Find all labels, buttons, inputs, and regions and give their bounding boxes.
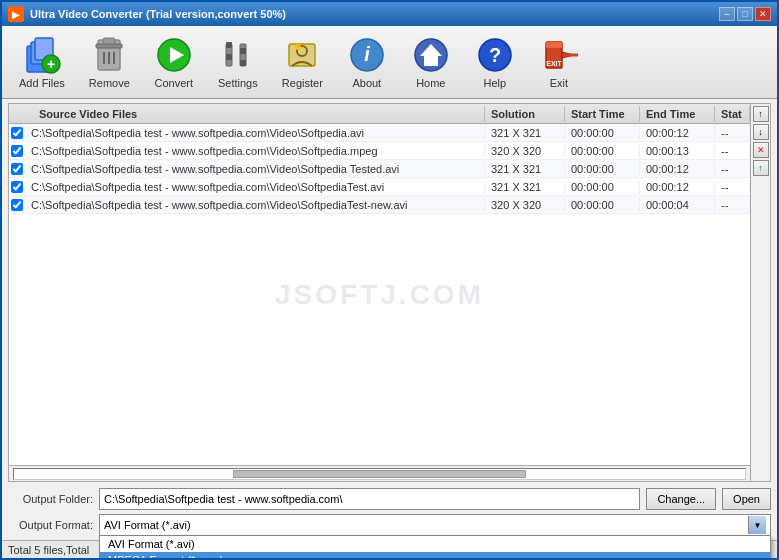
row-file: C:\Softpedia\Softpedia test - www.softpe… bbox=[25, 126, 485, 140]
sidebar-action-buttons: ↑ ↓ ✕ ↑ bbox=[750, 104, 770, 481]
settings-icon bbox=[218, 35, 258, 75]
row-stat: -- bbox=[715, 162, 750, 176]
add-files-label: Add Files bbox=[19, 77, 65, 89]
file-table-header: Source Video Files Solution Start Time E… bbox=[9, 104, 750, 124]
row-solution: 321 X 321 bbox=[485, 162, 565, 176]
convert-icon bbox=[154, 35, 194, 75]
file-table-container: Source Video Files Solution Start Time E… bbox=[8, 103, 771, 482]
delete-btn[interactable]: ✕ bbox=[753, 142, 769, 158]
move-down-button[interactable]: ↓ bbox=[753, 124, 769, 140]
output-folder-row: Output Folder: Change... Open bbox=[8, 488, 771, 510]
close-button[interactable]: ✕ bbox=[755, 7, 771, 21]
row-solution: 321 X 321 bbox=[485, 126, 565, 140]
row-start: 00:00:00 bbox=[565, 126, 640, 140]
row-stat: -- bbox=[715, 180, 750, 194]
output-format-label: Output Format: bbox=[8, 519, 93, 531]
app-icon: ▶ bbox=[8, 6, 24, 22]
output-format-dropdown[interactable]: AVI Format (*.avi) ▼ AVI Format (*.avi) … bbox=[99, 514, 771, 536]
row-file: C:\Softpedia\Softpedia test - www.softpe… bbox=[25, 198, 485, 212]
row-checkbox[interactable] bbox=[9, 163, 25, 175]
window-title: Ultra Video Converter (Trial version,con… bbox=[30, 8, 286, 20]
svg-rect-29 bbox=[546, 42, 562, 48]
row-file: C:\Softpedia\Softpedia test - www.softpe… bbox=[25, 162, 485, 176]
dropdown-arrow-icon[interactable]: ▼ bbox=[748, 516, 766, 534]
row-stat: -- bbox=[715, 126, 750, 140]
arrow-btn[interactable]: ↑ bbox=[753, 160, 769, 176]
exit-icon: EXIT bbox=[539, 35, 579, 75]
remove-button[interactable]: Remove bbox=[78, 30, 141, 94]
row-end: 00:00:12 bbox=[640, 162, 715, 176]
home-icon bbox=[411, 35, 451, 75]
row-checkbox[interactable] bbox=[9, 145, 25, 157]
row-start: 00:00:00 bbox=[565, 180, 640, 194]
row-checkbox[interactable] bbox=[9, 127, 25, 139]
register-icon bbox=[282, 35, 322, 75]
row-checkbox[interactable] bbox=[9, 181, 25, 193]
title-controls: – □ ✕ bbox=[719, 7, 771, 21]
table-row[interactable]: C:\Softpedia\Softpedia test - www.softpe… bbox=[9, 196, 750, 214]
row-end: 00:00:12 bbox=[640, 126, 715, 140]
exit-label: Exit bbox=[550, 77, 568, 89]
row-end: 00:00:13 bbox=[640, 144, 715, 158]
header-source: Source Video Files bbox=[33, 106, 485, 122]
format-dropdown-list: AVI Format (*.avi) MPEG1 Format (*.mpg) … bbox=[99, 536, 771, 560]
about-icon: i bbox=[347, 35, 387, 75]
row-start: 00:00:00 bbox=[565, 144, 640, 158]
svg-text:+: + bbox=[47, 56, 55, 72]
horizontal-scrollbar[interactable] bbox=[9, 465, 750, 481]
file-table-wrapper: Source Video Files Solution Start Time E… bbox=[8, 103, 771, 482]
output-folder-label: Output Folder: bbox=[8, 493, 93, 505]
move-up-button[interactable]: ↑ bbox=[753, 106, 769, 122]
help-button[interactable]: ? Help bbox=[464, 30, 526, 94]
open-folder-button[interactable]: Open bbox=[722, 488, 771, 510]
row-start: 00:00:00 bbox=[565, 162, 640, 176]
remove-icon bbox=[89, 35, 129, 75]
scroll-thumb[interactable] bbox=[233, 470, 525, 478]
table-row[interactable]: C:\Softpedia\Softpedia test - www.softpe… bbox=[9, 142, 750, 160]
main-window: ▶ Ultra Video Converter (Trial version,c… bbox=[0, 0, 779, 560]
about-label: About bbox=[352, 77, 381, 89]
table-row[interactable]: C:\Softpedia\Softpedia test - www.softpe… bbox=[9, 178, 750, 196]
register-label: Register bbox=[282, 77, 323, 89]
title-bar-left: ▶ Ultra Video Converter (Trial version,c… bbox=[8, 6, 286, 22]
dropdown-selected-value[interactable]: AVI Format (*.avi) ▼ bbox=[99, 514, 771, 536]
svg-rect-7 bbox=[103, 38, 115, 44]
output-folder-input[interactable] bbox=[99, 488, 640, 510]
toolbar: + Add Files Remove bbox=[2, 26, 777, 99]
row-end: 00:00:12 bbox=[640, 180, 715, 194]
selected-format-text: AVI Format (*.avi) bbox=[104, 519, 191, 531]
about-button[interactable]: i About bbox=[336, 30, 398, 94]
svg-rect-15 bbox=[226, 54, 232, 60]
table-row[interactable]: C:\Softpedia\Softpedia test - www.softpe… bbox=[9, 160, 750, 178]
settings-button[interactable]: Settings bbox=[207, 30, 269, 94]
format-option-avi[interactable]: AVI Format (*.avi) bbox=[100, 536, 770, 552]
header-solution: Solution bbox=[485, 106, 565, 122]
svg-rect-17 bbox=[240, 48, 246, 54]
minimize-button[interactable]: – bbox=[719, 7, 735, 21]
title-bar: ▶ Ultra Video Converter (Trial version,c… bbox=[2, 2, 777, 26]
file-table-body: JSOFTJ.COM C:\Softpedia\Softpedia test -… bbox=[9, 124, 750, 465]
exit-button[interactable]: EXIT Exit bbox=[528, 30, 590, 94]
settings-label: Settings bbox=[218, 77, 258, 89]
row-stat: -- bbox=[715, 198, 750, 212]
maximize-button[interactable]: □ bbox=[737, 7, 753, 21]
svg-rect-14 bbox=[226, 42, 232, 48]
register-button[interactable]: Register bbox=[271, 30, 334, 94]
header-end: End Time bbox=[640, 106, 715, 122]
table-row[interactable]: C:\Softpedia\Softpedia test - www.softpe… bbox=[9, 124, 750, 142]
row-file: C:\Softpedia\Softpedia test - www.softpe… bbox=[25, 144, 485, 158]
add-files-icon: + bbox=[22, 35, 62, 75]
status-text: Total 5 files,Total bbox=[8, 544, 89, 556]
home-button[interactable]: Home bbox=[400, 30, 462, 94]
format-option-mpeg1[interactable]: MPEG1 Format (*.mpg) bbox=[100, 552, 770, 560]
svg-text:i: i bbox=[364, 43, 370, 65]
convert-label: Convert bbox=[155, 77, 194, 89]
file-table-main: Source Video Files Solution Start Time E… bbox=[9, 104, 750, 481]
row-checkbox[interactable] bbox=[9, 199, 25, 211]
help-label: Help bbox=[483, 77, 506, 89]
svg-rect-18 bbox=[240, 60, 246, 66]
change-folder-button[interactable]: Change... bbox=[646, 488, 716, 510]
convert-button[interactable]: Convert bbox=[143, 30, 205, 94]
add-files-button[interactable]: + Add Files bbox=[8, 30, 76, 94]
home-label: Home bbox=[416, 77, 445, 89]
